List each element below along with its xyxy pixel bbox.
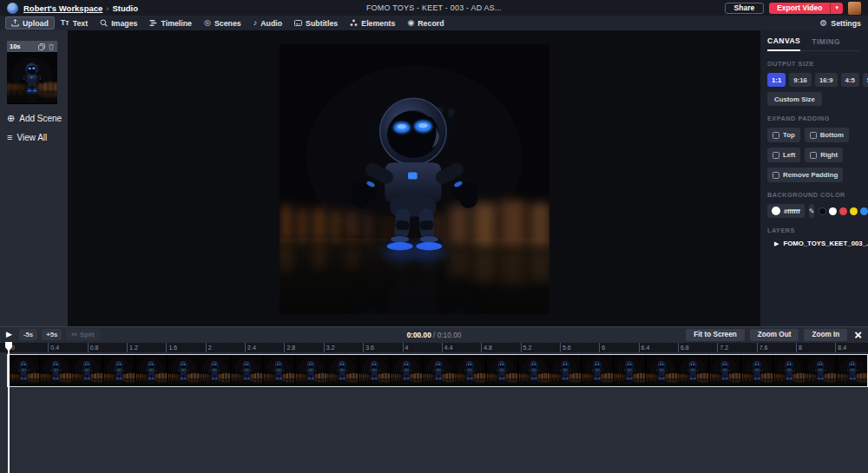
workspace-avatar[interactable] [7,3,18,14]
project-title[interactable]: FOMO TOYS - KEET - 003 - AD AS... [366,3,502,12]
share-button[interactable]: Share [725,3,765,14]
filmstrip-frame[interactable] [423,355,455,386]
filmstrip-frame[interactable] [486,355,518,386]
ratio-1-1-button[interactable]: 1:1 [767,73,786,87]
filmstrip-frame[interactable] [135,355,168,386]
export-video-button[interactable]: Export Video ▾ [769,3,843,14]
export-video-label[interactable]: Export Video [769,3,830,14]
audio-note-icon: ♪ [253,19,258,27]
swatch-blue[interactable] [860,207,868,215]
timeline-ruler[interactable]: 00.40.81.21.622.42.83.23.644.44.85.25.66… [0,342,868,352]
filmstrip-frame[interactable] [614,355,646,386]
filmstrip-frame[interactable] [677,355,709,386]
zoom-out-button[interactable]: Zoom Out [750,329,799,341]
filmstrip-frame[interactable] [326,355,358,386]
current-time: 0:00.00 [407,331,431,339]
add-scene-button[interactable]: ⊕ Add Scene [7,114,61,123]
play-button[interactable]: ▶ [6,331,12,338]
ruler-tick-label: 6.4 [641,345,650,351]
view-all-button[interactable]: ≡ View All [7,133,61,142]
filmstrip-frame[interactable] [646,355,678,386]
breadcrumb-workspace-link[interactable]: Robert's Workspace [23,3,102,13]
filmstrip-frame[interactable] [103,355,135,386]
filmstrip-frame[interactable] [391,355,423,386]
ruler-tick-label: 8.4 [838,345,846,351]
padding-right-button[interactable]: Right [805,148,843,162]
checkbox-icon [810,132,817,139]
export-options-chevron[interactable]: ▾ [830,3,843,14]
layer-item[interactable]: ▶ FOMO_TOYS_KEET_003_... [767,240,861,247]
filmstrip-frame[interactable] [231,355,263,386]
background-color-button[interactable]: #ffffff [767,204,805,218]
custom-size-button[interactable]: Custom Size [767,92,822,106]
filmstrip-frame[interactable] [837,355,868,386]
filmstrip-frame[interactable] [549,355,582,386]
toolbar-item-record[interactable]: ◉ Record [401,16,450,30]
toolbar-item-label: Subtitles [306,19,338,28]
fit-to-screen-button[interactable]: Fit to Screen [686,329,745,341]
ruler-tick-label: 0.4 [50,345,59,351]
filmstrip-frame[interactable] [518,355,550,386]
forward-5s-button[interactable]: +5s [42,329,62,340]
toolbar-item-elements[interactable]: Elements [344,16,401,30]
padding-left-button[interactable]: Left [767,148,800,162]
zoom-in-button[interactable]: Zoom In [804,329,847,341]
main-area: 10s ⊕ Add Scene ≡ View All [0,30,868,326]
filmstrip-frame[interactable] [199,355,231,386]
scene-thumbnail[interactable] [7,52,57,104]
toolbar-item-text[interactable]: Tт Text [55,16,94,30]
ratio-4-5-button[interactable]: 4:5 [841,73,859,87]
inspector-tabs: CANVAS TIMING [767,30,861,51]
toolbar-item-subtitles[interactable]: Subtitles [288,16,344,30]
rewind-5s-button[interactable]: -5s [19,329,37,340]
toolbar-item-upload[interactable]: Upload [5,16,55,30]
filmstrip-frame[interactable] [71,355,103,386]
duplicate-scene-icon[interactable] [38,43,45,50]
split-button[interactable]: ✂ Split [66,329,99,340]
padding-right-label: Right [820,151,838,159]
ruler-tick-label: 4 [405,345,409,351]
delete-scene-icon[interactable] [48,43,55,50]
padding-top-label: Top [783,131,795,139]
filmstrip-frame[interactable] [358,355,391,386]
padding-top-button[interactable]: Top [767,128,800,142]
toolbar-item-scenes[interactable]: ◎ Scenes [198,16,247,30]
filmstrip-frame[interactable] [168,355,200,386]
timeline-empty-track[interactable] [0,389,868,473]
filmstrip-frame[interactable] [709,355,741,386]
filmstrip-frame[interactable] [582,355,614,386]
swatch-black[interactable] [819,207,826,215]
filmstrip-frame[interactable] [295,355,327,386]
video-canvas[interactable] [279,43,549,314]
scene-card[interactable]: 10s [7,41,57,104]
filmstrip-frame[interactable] [263,355,295,386]
swatch-white[interactable] [829,207,837,215]
toolbar-item-timeline[interactable]: Timeline [143,16,198,30]
padding-bottom-button[interactable]: Bottom [805,128,849,142]
ratio-5-4-button[interactable]: 5:4 [863,73,868,87]
filmstrip-frame[interactable] [773,355,806,386]
eyedropper-button[interactable]: ✎ [809,204,815,218]
filmstrip-frame[interactable] [454,355,486,386]
color-hex-value: #ffffff [784,207,800,215]
close-timeline-icon[interactable]: × [854,330,862,340]
scene-duration-badge: 10s [10,43,36,50]
padding-left-label: Left [783,151,795,159]
filmstrip-frame[interactable] [741,355,773,386]
filmstrip[interactable] [7,354,868,387]
filmstrip-frame[interactable] [8,355,40,386]
swatch-yellow[interactable] [850,207,858,215]
user-avatar[interactable] [848,2,861,15]
background-color-label: BACKGROUND COLOR [767,191,861,199]
filmstrip-frame[interactable] [40,355,72,386]
tab-canvas[interactable]: CANVAS [767,36,800,51]
swatch-red[interactable] [839,207,847,215]
tab-timing[interactable]: TIMING [812,37,840,50]
remove-padding-button[interactable]: Remove Padding [767,168,843,182]
toolbar-item-audio[interactable]: ♪ Audio [247,16,288,30]
ratio-16-9-button[interactable]: 16:9 [815,73,838,87]
filmstrip-frame[interactable] [805,355,837,386]
ratio-9-16-button[interactable]: 9:16 [789,73,812,87]
settings-button[interactable]: ⚙ Settings [819,19,863,28]
toolbar-item-images[interactable]: Images [94,16,143,30]
